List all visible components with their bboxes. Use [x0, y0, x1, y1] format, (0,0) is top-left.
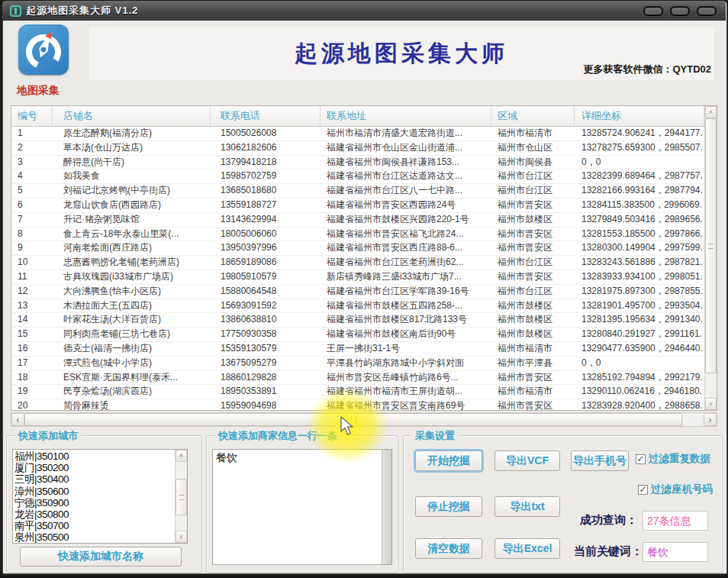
table-row[interactable]: 2草本汤(仓山万达店)13062182606福建省福州市仓山区金山街道浦...福… — [11, 141, 704, 156]
cell-region: 福州市晋安区 — [491, 270, 575, 284]
cell-phone: 19805910579 — [211, 270, 321, 284]
cell-coords: 13285192.794894，2992179. — [575, 371, 704, 385]
cell-shop-name: 原生态醉鹅(福清分店) — [53, 127, 211, 140]
cell-number: 17 — [11, 357, 53, 370]
merchant-textarea[interactable]: 餐饮 — [212, 449, 392, 565]
filter-landline-checkbox[interactable]: ✓ 过滤座机号码 — [638, 483, 713, 496]
table-row[interactable]: 6龙窟山饮食店(西园路店)13559188727福建省福州市晋安区西园路24号福… — [11, 199, 704, 213]
city-scroll-down-icon[interactable]: ˅ — [176, 531, 187, 543]
merchant-textarea-value: 餐饮 — [213, 450, 382, 564]
scroll-right-icon[interactable]: › — [704, 413, 717, 426]
table-row[interactable]: 15同利肉燕老铺(三坊七巷店)17750930358福建省福州市鼓楼区南后街90… — [11, 328, 704, 342]
city-scroll-thumb[interactable] — [176, 479, 187, 515]
merchant-textarea-scrollbar[interactable] — [382, 450, 391, 564]
start-mining-button[interactable]: 开始挖掘 — [415, 450, 482, 471]
table-vertical-scrollbar[interactable]: ˄ ˅ — [704, 106, 717, 410]
city-list-scrollbar[interactable]: ˄ ˅ — [175, 450, 187, 543]
table-row[interactable]: 17潭式煎包(城中小学店)13675095279平潭县竹屿湖东路城中小学斜对面福… — [11, 357, 704, 371]
scroll-left-icon[interactable]: ‹ — [11, 413, 24, 426]
col-header-shop[interactable]: 店铺名 — [53, 106, 211, 126]
cell-region: 福州市台江区 — [491, 256, 575, 270]
horizontal-scroll-thumb[interactable] — [24, 413, 682, 426]
table-row[interactable]: 8食上青云-18年永泰山里菜(...18005006060福建省福州市晋安区福飞… — [11, 228, 704, 242]
table-row[interactable]: 18ESK宜斯·无国界料理(泰禾...18860129828福州市晋安区岳峰镇竹… — [11, 371, 704, 386]
cell-shop-name: 草本汤(仓山万达店) — [53, 141, 211, 155]
table-row[interactable]: 11古典玫瑰园(i33城市广场店)19805910579新店镇秀峰路三盛i33城… — [11, 270, 704, 285]
window-title: 起源地图采集大师 V1.2 — [26, 4, 138, 18]
titlebar[interactable]: 起源地图采集大师 V1.2 — [2, 1, 726, 21]
city-list-item[interactable]: 福州|350100 — [14, 450, 175, 462]
wechat-note: 更多获客软件微信：QYTD02 — [488, 63, 711, 76]
table-row[interactable]: 14叶家花生汤(大洋百货店)13860638810福建省福州市鼓楼区817北路1… — [11, 313, 704, 328]
table-row[interactable]: 4如我美食15985702759福建省福州市台江区达道路达文...福州市台江区1… — [11, 170, 704, 184]
table-row[interactable]: 16德克士(福清一拂街店)15359130579王屏一拂街31-1号福州市福清市… — [11, 342, 704, 357]
table-row[interactable]: 19民亨杂烩汤(湖滨霞店)18950353891福建省福州市福清市王屏街道胡..… — [11, 385, 704, 399]
cell-address: 福建省福州市台江区学军路39-16号 — [321, 285, 491, 299]
cell-shop-name: 刘福记北京烤鸭(中亭街店) — [53, 184, 211, 198]
cell-address: 福建省福州市台江区八一七中路... — [321, 184, 491, 198]
cell-number: 12 — [11, 285, 53, 299]
city-list-item[interactable]: 泉州|350500 — [14, 531, 175, 543]
export-excel-button[interactable]: 导出Excel — [494, 538, 560, 559]
cell-coords: 13285724.906241，2944177. — [575, 127, 704, 140]
maximize-button[interactable] — [670, 6, 690, 16]
current-keyword-label: 当前关键词： — [574, 544, 643, 559]
minimize-button[interactable] — [643, 6, 663, 16]
city-listbox[interactable]: 福州|350100厦门|350200三明|350400漳州|350600宁德|3… — [12, 449, 188, 544]
export-txt-button[interactable]: 导出txt — [494, 496, 560, 517]
close-button[interactable] — [697, 6, 717, 16]
cell-address: 平潭县竹屿湖东路城中小学斜对面 — [321, 357, 491, 370]
col-header-coords[interactable]: 详细坐标 — [575, 106, 704, 126]
city-list-item[interactable]: 厦门|350200 — [14, 462, 175, 473]
city-list-item[interactable]: 宁德|350900 — [14, 497, 175, 509]
table-row[interactable]: 20简骨麻辣烫15959094698福建省福州市晋安区晋安南路69号福州市晋安区… — [11, 399, 704, 410]
table-row[interactable]: 12大向沸腾鱼(怡丰小区店)15880064548福建省福州市台江区学军路39-… — [11, 285, 704, 299]
cell-coords: 13282399.689464，2987757. — [575, 170, 704, 183]
city-list-item[interactable]: 漳州|350600 — [14, 486, 175, 497]
checkbox-checked-icon[interactable]: ✓ — [636, 454, 646, 464]
filter-duplicates-checkbox[interactable]: ✓ 过滤重复数据 — [636, 452, 710, 466]
cell-shop-name: 叶家花生汤(大洋百货店) — [53, 313, 211, 327]
cell-phone: 13143629994 — [211, 213, 321, 227]
city-list-item[interactable]: 三明|350400 — [14, 473, 175, 485]
table-row[interactable]: 13木洒拉面大王(五四店)15693091592福建省福州市鼓楼区五四路258-… — [11, 299, 704, 314]
clear-data-button[interactable]: 清空数据 — [415, 538, 482, 559]
export-phone-button[interactable]: 导出手机号 — [571, 450, 629, 471]
table-row[interactable]: 3醉得意(尚干店)13799418218福建省福州市闽侯县祥谦路153...福州… — [11, 156, 704, 170]
current-keyword-field[interactable]: 餐饮 — [643, 542, 708, 562]
table-row[interactable]: 10忠惠酱鸭捞化老铺(老药洲店)18659189086福建省福州市台江区老药洲街… — [11, 256, 704, 270]
cell-shop-name: 同利肉燕老铺(三坊七巷店) — [53, 328, 211, 341]
success-count-field[interactable]: 27条信息 — [643, 511, 708, 531]
cell-address: 福建省福州市台江区达道路达文... — [321, 170, 491, 183]
tab-map-collect[interactable]: 地图采集 — [17, 84, 60, 98]
cell-phone: 18860129828 — [211, 371, 321, 385]
add-city-button[interactable]: 快速添加城市名称 — [20, 547, 182, 567]
table-horizontal-scrollbar[interactable]: ‹ › — [11, 412, 717, 427]
city-list-item[interactable]: 南平|350700 — [14, 520, 175, 531]
export-vcf-button[interactable]: 导出VCF — [494, 450, 560, 471]
cell-number: 20 — [11, 399, 53, 410]
city-scroll-up-icon[interactable]: ˄ — [176, 450, 187, 462]
table-header: 编号 店铺名 联系电话 联系地址 区域 详细坐标 — [11, 106, 704, 127]
table-row[interactable]: 5刘福记北京烤鸭(中亭街店)13685018680福建省福州市台江区八一七中路.… — [11, 184, 704, 199]
table-row[interactable]: 7升记·猪杂粥觅味馆13143629994福建省福州市鼓楼区兴园路220-1号福… — [11, 213, 704, 228]
cell-address: 福建省福州市鼓楼区南后街90号 — [321, 328, 491, 341]
cell-coords: 13283933.934100，2998051. — [575, 270, 704, 284]
filter-landline-label: 过滤座机号码 — [651, 483, 713, 496]
checkbox-checked-icon[interactable]: ✓ — [638, 485, 648, 495]
cell-region: 福州市鼓楼区 — [491, 299, 575, 313]
cell-region: 福州市福清市 — [491, 385, 575, 399]
cell-region: 福州市台江区 — [491, 285, 575, 299]
stop-mining-button[interactable]: 停止挖掘 — [415, 496, 482, 517]
table-row[interactable]: 1原生态醉鹅(福清分店)15005026008福州市福清市清盛大道宏路街道...… — [11, 127, 704, 141]
city-list-item[interactable]: 龙岩|350800 — [14, 509, 175, 520]
vertical-scroll-thumb[interactable] — [705, 118, 717, 373]
scroll-up-icon[interactable]: ˄ — [705, 106, 717, 118]
col-header-number[interactable]: 编号 — [11, 106, 53, 126]
col-header-region[interactable]: 区域 — [491, 106, 575, 126]
col-header-phone[interactable]: 联系电话 — [211, 106, 321, 126]
scroll-down-icon[interactable]: ˅ — [705, 398, 717, 410]
col-header-address[interactable]: 联系地址 — [321, 106, 491, 126]
cell-region: 福州市晋安区 — [491, 371, 575, 385]
table-row[interactable]: 9河南老烩面(西庄路店)13950397996福建省福州市晋安区西庄路88-6.… — [11, 241, 704, 256]
